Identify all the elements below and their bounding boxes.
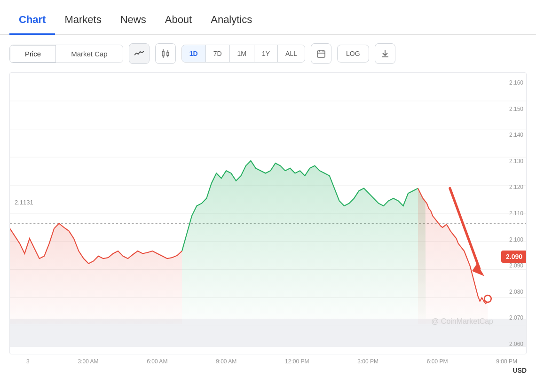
x-label-3: 3 [26,358,30,365]
usd-label: USD [0,367,536,374]
x-label-3pm: 3:00 PM [357,358,378,365]
download-icon [381,49,389,58]
tab-news[interactable]: News [111,6,156,35]
svg-rect-3 [167,52,169,55]
y-label-2160: 2.160 [503,79,523,86]
toolbar: Price Market Cap 1D 7D 1M 1Y ALL LOG [0,35,536,72]
price-toggle-btn[interactable]: Price [10,45,56,63]
y-label-2140: 2.140 [503,132,523,138]
reference-price-label: 2.1131 [15,199,33,206]
y-label-2120: 2.120 [503,184,523,190]
log-btn[interactable]: LOG [337,45,369,63]
price-marketcap-toggle: Price Market Cap [9,45,123,63]
y-label-2080: 2.080 [503,289,523,295]
y-label-2110: 2.110 [503,210,523,217]
y-label-2090: 2.090 [503,262,523,269]
y-label-2130: 2.130 [503,158,523,165]
line-chart-btn[interactable] [129,43,150,64]
calendar-btn[interactable] [311,43,331,64]
watermark: @ CoinMarketCap [431,317,493,326]
y-label-2070: 2.070 [503,314,523,321]
svg-rect-0 [162,51,164,56]
y-label-2060: 2.060 [503,341,523,347]
x-label-6am: 6:00 AM [147,358,167,365]
candle-chart-btn[interactable] [155,43,176,64]
chart-svg [10,73,526,354]
line-icon [134,50,144,57]
current-price-dot [484,295,491,302]
period-1d[interactable]: 1D [182,45,206,62]
x-axis: 3 3:00 AM 6:00 AM 9:00 AM 12:00 PM 3:00 … [9,354,527,365]
tab-analytics[interactable]: Analytics [201,6,261,35]
x-label-3am: 3:00 AM [78,358,99,365]
period-group: 1D 7D 1M 1Y ALL [181,45,305,63]
x-label-12pm: 12:00 PM [285,358,309,365]
current-price-badge: 2.090 [501,251,527,263]
tab-markets[interactable]: Markets [55,6,110,35]
chart-inner: 2.160 2.150 2.140 2.130 2.120 2.110 2.10… [9,72,527,354]
y-axis: 2.160 2.150 2.140 2.130 2.120 2.110 2.10… [500,73,526,354]
y-label-2100: 2.100 [503,236,523,243]
svg-rect-6 [317,51,325,57]
x-label-6pm: 6:00 PM [427,358,448,365]
download-btn[interactable] [375,43,395,64]
x-label-9pm: 9:00 PM [496,358,517,365]
chart-container: 2.160 2.150 2.140 2.130 2.120 2.110 2.10… [9,72,527,354]
period-all[interactable]: ALL [278,45,305,62]
period-1y[interactable]: 1Y [254,45,278,62]
marketcap-toggle-btn[interactable]: Market Cap [56,45,123,63]
x-label-9am: 9:00 AM [216,358,236,365]
tab-about[interactable]: About [156,6,202,35]
nav-bar: Chart Markets News About Analytics [0,0,536,35]
candle-icon [161,49,170,58]
tab-chart[interactable]: Chart [9,6,55,35]
calendar-icon [317,49,325,58]
period-7d[interactable]: 7D [206,45,230,62]
period-1m[interactable]: 1M [230,45,254,62]
y-label-2150: 2.150 [503,106,523,112]
